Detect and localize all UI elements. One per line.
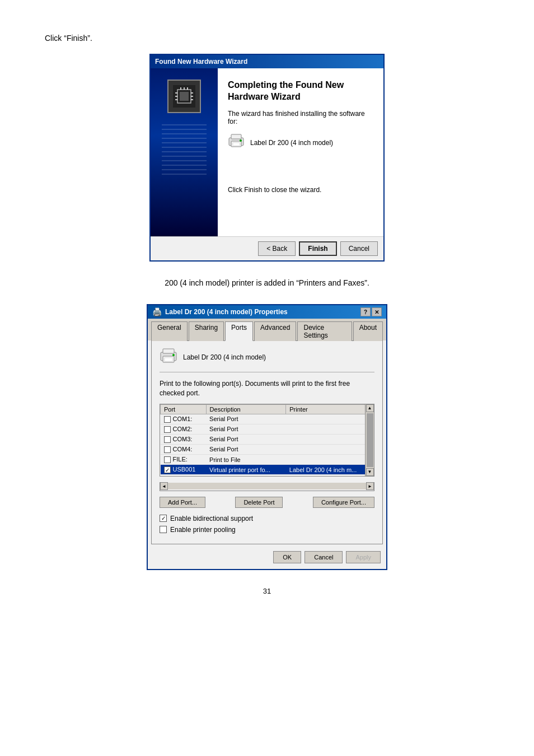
desc-cell: Serial Port bbox=[206, 414, 286, 424]
wizard-printer-icon bbox=[228, 133, 245, 152]
port-checkbox-checked[interactable]: ✓ bbox=[164, 466, 171, 473]
page-number: 31 bbox=[45, 587, 489, 595]
printer-header-icon bbox=[160, 348, 177, 366]
tab-advanced[interactable]: Advanced bbox=[254, 321, 296, 341]
caption-text: 200 (4 inch model) printer is added in “… bbox=[45, 278, 489, 287]
printer-cell bbox=[286, 424, 374, 434]
wizard-right-panel: Completing the Found New Hardware Wizard… bbox=[218, 68, 383, 236]
tab-device-settings[interactable]: Device Settings bbox=[297, 321, 352, 341]
port-table-container: Port Description Printer COM1: Serial Po… bbox=[160, 404, 374, 491]
back-button[interactable]: < Back bbox=[258, 241, 296, 256]
scroll-right-arrow[interactable]: ► bbox=[366, 482, 374, 490]
tabs-row: General Sharing Ports Advanced Device Se… bbox=[148, 319, 386, 340]
pooling-label: Enable printer pooling bbox=[170, 526, 236, 534]
desc-cell-selected: Virtual printer port fo... bbox=[206, 465, 286, 475]
desc-cell: Serial Port bbox=[206, 434, 286, 444]
table-row[interactable]: COM4: Serial Port bbox=[161, 444, 374, 454]
port-cell: FILE: bbox=[161, 454, 207, 464]
port-checkbox[interactable] bbox=[164, 426, 171, 433]
instruction-text: Click “Finish”. bbox=[45, 34, 489, 43]
configure-port-button[interactable]: Configure Port... bbox=[313, 497, 374, 508]
props-title-buttons: ? ✕ bbox=[360, 307, 382, 316]
wizard-finish-text: Click Finish to close the wizard. bbox=[228, 186, 373, 194]
printer-cell bbox=[286, 414, 374, 424]
tab-content-ports: Label Dr 200 (4 inch model) Print to the… bbox=[151, 340, 383, 544]
scroll-up-arrow[interactable]: ▲ bbox=[366, 404, 374, 412]
cancel-props-button[interactable]: Cancel bbox=[305, 551, 343, 563]
bidirectional-checkbox-row: ✓ Enable bidirectional support bbox=[160, 515, 374, 522]
port-action-buttons: Add Port... Delete Port Configure Port..… bbox=[160, 497, 374, 508]
tab-ports[interactable]: Ports bbox=[225, 321, 253, 341]
props-footer: OK Cancel Apply bbox=[148, 548, 386, 569]
port-checkbox[interactable] bbox=[164, 446, 171, 453]
wizard-completing-title: Completing the Found New Hardware Wizard bbox=[228, 80, 373, 103]
svg-rect-18 bbox=[163, 349, 174, 353]
pooling-checkbox[interactable] bbox=[160, 526, 167, 533]
table-row[interactable]: COM3: Serial Port bbox=[161, 434, 374, 444]
wizard-title-left: Found New Hardware Wizard bbox=[155, 58, 247, 66]
ok-button[interactable]: OK bbox=[273, 551, 301, 563]
desc-cell: Print to File bbox=[206, 454, 286, 464]
bidirectional-label: Enable bidirectional support bbox=[170, 515, 253, 522]
scroll-thumb[interactable] bbox=[367, 413, 373, 467]
wizard-body: Completing the Found New Hardware Wizard… bbox=[151, 68, 383, 236]
wizard-footer: < Back Finish Cancel bbox=[151, 236, 383, 260]
port-table: Port Description Printer COM1: Serial Po… bbox=[160, 404, 374, 475]
cancel-button[interactable]: Cancel bbox=[340, 241, 378, 256]
finish-button[interactable]: Finish bbox=[299, 241, 336, 256]
table-row[interactable]: COM1: Serial Port bbox=[161, 414, 374, 424]
svg-point-16 bbox=[240, 139, 242, 142]
printer-header-row: Label Dr 200 (4 inch model) bbox=[160, 348, 374, 372]
printer-cell bbox=[286, 444, 374, 454]
printer-title-icon: 🖨️ bbox=[152, 307, 162, 316]
table-row[interactable]: COM2: Serial Port bbox=[161, 424, 374, 434]
col-description: Description bbox=[206, 404, 286, 414]
apply-button[interactable]: Apply bbox=[346, 551, 381, 563]
wizard-device-row: Label Dr 200 (4 inch model) bbox=[228, 133, 373, 152]
wizard-left-icon bbox=[167, 80, 201, 113]
desc-cell: Serial Port bbox=[206, 444, 286, 454]
svg-rect-20 bbox=[165, 358, 172, 361]
wizard-left-panel bbox=[151, 68, 218, 236]
port-cell: COM1: bbox=[161, 414, 207, 424]
port-cell: COM3: bbox=[161, 434, 207, 444]
props-title-left: 🖨️ Label Dr 200 (4 inch model) Propertie… bbox=[152, 307, 288, 316]
wizard-dialog: Found New Hardware Wizard bbox=[149, 54, 385, 262]
props-title-bar: 🖨️ Label Dr 200 (4 inch model) Propertie… bbox=[148, 305, 386, 319]
scroll-down-arrow[interactable]: ▼ bbox=[366, 468, 374, 476]
svg-rect-2 bbox=[180, 92, 189, 101]
tab-description: Print to the following port(s). Document… bbox=[160, 379, 374, 398]
port-table-wrapper: Port Description Printer COM1: Serial Po… bbox=[160, 404, 374, 477]
printer-cell bbox=[286, 434, 374, 444]
tab-general[interactable]: General bbox=[151, 321, 188, 341]
port-cell: COM2: bbox=[161, 424, 207, 434]
col-printer: Printer bbox=[286, 404, 374, 414]
port-cell: COM4: bbox=[161, 444, 207, 454]
properties-dialog: 🖨️ Label Dr 200 (4 inch model) Propertie… bbox=[147, 304, 387, 570]
wizard-title-text: Found New Hardware Wizard bbox=[155, 58, 247, 66]
delete-port-button[interactable]: Delete Port bbox=[235, 497, 283, 508]
port-checkbox[interactable] bbox=[164, 416, 171, 423]
add-port-button[interactable]: Add Port... bbox=[160, 497, 205, 508]
bidirectional-checkbox[interactable]: ✓ bbox=[160, 515, 167, 522]
scrollbar-horizontal[interactable]: ◄ ► bbox=[160, 482, 374, 491]
port-checkbox[interactable] bbox=[164, 436, 171, 443]
table-row-selected[interactable]: ✓USB001 Virtual printer port fo... Label… bbox=[161, 465, 374, 475]
port-checkbox[interactable] bbox=[164, 456, 171, 463]
pooling-checkbox-row: Enable printer pooling bbox=[160, 526, 374, 534]
scrollbar-vertical[interactable]: ▲ ▼ bbox=[365, 404, 374, 476]
props-title-text: Label Dr 200 (4 inch model) Properties bbox=[165, 308, 288, 316]
table-row[interactable]: FILE: Print to File bbox=[161, 454, 374, 464]
tab-about[interactable]: About bbox=[353, 321, 383, 341]
wizard-decorative-lines bbox=[162, 124, 207, 175]
close-button[interactable]: ✕ bbox=[372, 307, 382, 316]
wizard-device-name: Label Dr 200 (4 inch model) bbox=[250, 139, 333, 147]
help-button[interactable]: ? bbox=[360, 307, 371, 316]
tab-sharing[interactable]: Sharing bbox=[189, 321, 224, 341]
scroll-left-arrow[interactable]: ◄ bbox=[160, 482, 168, 490]
wizard-subtitle: The wizard has finished installing the s… bbox=[228, 110, 373, 125]
printer-cell-selected: Label Dr 200 (4 inch m... bbox=[286, 465, 374, 475]
port-cell-selected: ✓USB001 bbox=[161, 465, 207, 475]
svg-rect-15 bbox=[233, 143, 240, 146]
scroll-track-horizontal bbox=[168, 483, 366, 489]
